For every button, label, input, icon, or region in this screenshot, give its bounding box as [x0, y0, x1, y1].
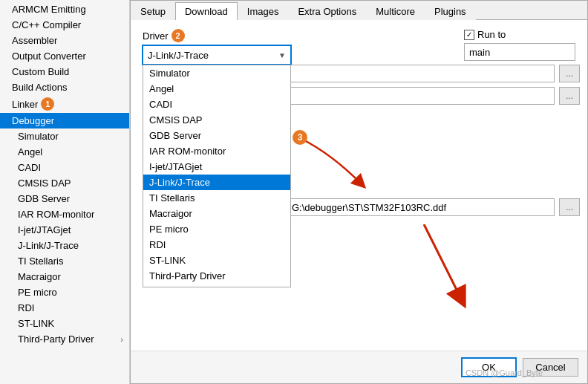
tab-multicore[interactable]: Multicore [366, 2, 425, 20]
lower-inputs: ... ... ... [287, 65, 580, 216]
bottom-bar: OK Cancel [131, 351, 587, 383]
linker-badge: 1 [41, 97, 54, 111]
driver-label: Driver [143, 30, 169, 42]
tab-plugins[interactable]: Plugins [425, 2, 476, 20]
sidebar-item-rdi[interactable]: RDI [0, 300, 129, 316]
driver-option-cadi[interactable]: CADI [143, 97, 290, 112]
browse-button-1[interactable]: ... [559, 65, 580, 82]
sidebar-item-gdb-server[interactable]: GDB Server [0, 191, 129, 206]
driver-option-simulator[interactable]: Simulator [143, 65, 290, 81]
input-field-3[interactable] [287, 198, 555, 216]
driver-option-angel[interactable]: Angel [143, 81, 290, 97]
driver-option-cmsis-dap[interactable]: CMSIS DAP [143, 112, 290, 128]
tab-content: Driver 2 J-Link/J-Trace ▼ Simulator Ange… [131, 20, 587, 351]
driver-option-gdb-server[interactable]: GDB Server [143, 128, 290, 143]
dropdown-badge: 3 [293, 130, 307, 145]
main-panel: Setup Download Images Extra Options Mult… [130, 0, 588, 384]
input-row-2: ... [287, 87, 580, 105]
input-field-2[interactable] [287, 87, 555, 105]
input-row-3: ... [287, 198, 580, 216]
driver-dropdown[interactable]: J-Link/J-Trace ▼ Simulator Angel CADI CM… [143, 45, 291, 65]
driver-option-pe-micro[interactable]: PE micro [143, 221, 290, 237]
sidebar-item-cmsis-dap[interactable]: CMSIS DAP [0, 175, 129, 191]
driver-option-rdi[interactable]: RDI [143, 237, 290, 253]
driver-dropdown-list: Simulator Angel CADI CMSIS DAP GDB Serve… [143, 65, 291, 287]
run-to-area: ✓ Run to [464, 29, 575, 61]
driver-option-ti-msp[interactable]: TI MSP-FET [143, 284, 290, 287]
sidebar-item-output-converter[interactable]: Output Converter [0, 48, 129, 64]
tab-bar: Setup Download Images Extra Options Mult… [131, 1, 587, 20]
driver-option-iar-rom[interactable]: IAR ROM-monitor [143, 143, 290, 159]
tab-setup[interactable]: Setup [131, 2, 175, 20]
sidebar-item-assembler[interactable]: Assembler [0, 33, 129, 48]
sidebar-item-cadi[interactable]: CADI [0, 160, 129, 175]
driver-label-area: Driver 2 [143, 29, 291, 42]
run-to-label-row: ✓ Run to [464, 29, 575, 40]
sidebar-item-third-party[interactable]: Third-Party Driver › [0, 331, 129, 347]
tab-download[interactable]: Download [175, 2, 238, 20]
sidebar-item-ijet[interactable]: I-jet/JTAGjet [0, 222, 129, 238]
sidebar-item-build-actions[interactable]: Build Actions [0, 79, 129, 95]
watermark: CSDN @Guard_Byte [466, 368, 543, 377]
driver-option-ijet[interactable]: I-jet/JTAGjet [143, 159, 290, 175]
run-to-input[interactable] [464, 43, 575, 61]
sidebar-item-simulator[interactable]: Simulator [0, 128, 129, 144]
driver-badge: 2 [172, 29, 185, 42]
sidebar-item-jlink[interactable]: J-Link/J-Trace [0, 238, 129, 253]
tab-images[interactable]: Images [238, 2, 289, 20]
driver-option-stlink[interactable]: ST-LINK [143, 253, 290, 268]
run-to-label: Run to [477, 29, 506, 40]
input-row-1: ... [287, 65, 580, 82]
sidebar-item-custom-build[interactable]: Custom Build [0, 64, 129, 79]
browse-button-2[interactable]: ... [559, 87, 580, 105]
arrow-ok-svg [350, 224, 498, 313]
sidebar-item-armcm[interactable]: ARMCM Emitting [0, 1, 129, 17]
sidebar-item-linker[interactable]: Linker 1 [0, 95, 129, 113]
sidebar-item-pe-micro[interactable]: PE micro [0, 284, 129, 300]
sidebar-item-debugger[interactable]: Debugger [0, 113, 129, 128]
sidebar-item-ti-stellaris[interactable]: TI Stellaris [0, 253, 129, 269]
sidebar: ARMCM Emitting C/C++ Compiler Assembler … [0, 0, 130, 384]
run-to-checkbox[interactable]: ✓ [464, 30, 474, 40]
driver-option-macraigor[interactable]: Macraigor [143, 206, 290, 221]
tab-extra-options[interactable]: Extra Options [288, 2, 366, 20]
sidebar-item-angel[interactable]: Angel [0, 144, 129, 160]
browse-button-3[interactable]: ... [559, 198, 580, 216]
chevron-down-icon: ▼ [278, 51, 286, 59]
driver-option-ti-stellaris[interactable]: TI Stellaris [143, 190, 290, 206]
sidebar-item-iar-rom[interactable]: IAR ROM-monitor [0, 206, 129, 222]
input-field-1[interactable] [287, 65, 555, 82]
sidebar-item-stlink[interactable]: ST-LINK [0, 316, 129, 331]
sidebar-item-cpp[interactable]: C/C++ Compiler [0, 17, 129, 33]
driver-dropdown-selected[interactable]: J-Link/J-Trace ▼ [143, 45, 291, 65]
driver-option-jlink[interactable]: J-Link/J-Trace [143, 175, 290, 190]
sidebar-item-macraigor[interactable]: Macraigor [0, 269, 129, 284]
driver-option-third-party[interactable]: Third-Party Driver [143, 268, 290, 284]
